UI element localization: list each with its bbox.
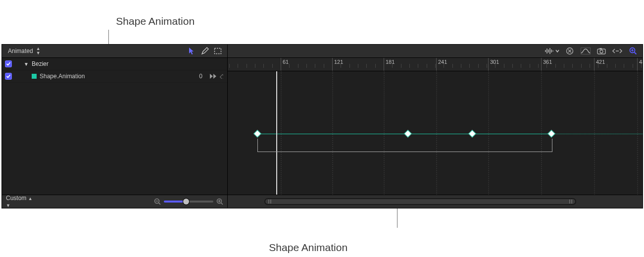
pencil-tool-icon[interactable]	[199, 46, 210, 56]
parameter-list-pane: Animated ▲▼	[2, 45, 228, 208]
camera-icon	[597, 48, 606, 54]
ruler-label: 61	[283, 59, 289, 65]
ruler-label: 241	[438, 59, 447, 65]
keyframe-graph[interactable]	[228, 71, 643, 195]
fit-curve-icon	[581, 48, 591, 54]
marquee-tool-icon[interactable]	[212, 46, 223, 56]
row-title: Bezier	[32, 60, 49, 67]
svg-line-24	[635, 52, 637, 54]
zoom-in-icon[interactable]	[216, 198, 223, 205]
ruler-label: 421	[596, 59, 605, 65]
slider-thumb[interactable]	[183, 199, 189, 205]
keyframe-bracket-callout	[257, 139, 552, 152]
clear-curves-button[interactable]	[564, 46, 575, 56]
keyframe-controls[interactable]	[209, 73, 223, 79]
clear-icon	[566, 47, 574, 55]
timeline-graph-pane: 6112118124130136142148	[228, 45, 643, 208]
svg-rect-1	[220, 74, 223, 79]
timeline-toolbar	[228, 45, 643, 58]
pointer-tool-icon[interactable]	[187, 46, 198, 56]
checkbox-icon[interactable]	[5, 73, 12, 80]
ruler-label: 121	[334, 59, 343, 65]
horizontal-scrollbar[interactable]	[264, 198, 576, 205]
slider-track[interactable]	[164, 201, 213, 203]
filter-popup[interactable]: Animated ▲▼	[6, 46, 42, 56]
zoom-out-icon[interactable]	[154, 198, 161, 205]
color-chip	[32, 74, 37, 79]
filter-label: Animated	[8, 48, 33, 54]
parameter-list-toolbar: Animated ▲▼	[2, 45, 227, 58]
parameter-list: ▼ Bezier Shape.Animation 0	[2, 58, 227, 195]
chevron-up-down-icon: ▲▼	[36, 47, 40, 55]
animation-curve-extrapolation	[551, 134, 643, 134]
scrollbar-thumb[interactable]	[265, 199, 575, 204]
row-title: Shape.Animation	[40, 73, 85, 80]
parameter-value[interactable]: 0	[183, 73, 202, 80]
zoom-to-fit-button[interactable]	[628, 46, 639, 56]
ruler-label: 181	[386, 59, 395, 65]
svg-rect-21	[599, 48, 602, 50]
keyframe-handle[interactable]	[404, 130, 412, 138]
parameter-row-shape-animation[interactable]: Shape.Animation 0	[2, 70, 227, 83]
svg-rect-0	[215, 49, 221, 54]
svg-line-3	[159, 203, 161, 205]
zoom-icon	[629, 47, 637, 55]
fit-curves-button[interactable]	[580, 46, 591, 56]
ruler-label: 361	[543, 59, 552, 65]
audio-waveform-popup[interactable]	[545, 46, 559, 56]
parameter-row-bezier[interactable]: ▼ Bezier	[2, 58, 227, 70]
waveform-icon	[545, 48, 554, 54]
keyframe-handle[interactable]	[547, 130, 555, 138]
keyframe-handle[interactable]	[468, 130, 476, 138]
chevron-down-icon	[555, 50, 559, 52]
parameter-list-footer: Custom ▲▼	[2, 195, 227, 208]
timeline-footer	[228, 195, 643, 208]
expand-icon	[612, 48, 622, 54]
next-keyframe-icon[interactable]	[209, 73, 216, 79]
add-keyframe-icon[interactable]	[218, 74, 223, 79]
keyframe-editor-panel: Animated ▲▼	[1, 44, 643, 208]
curve-type-popup[interactable]: Custom ▲▼	[6, 195, 32, 208]
disclosure-triangle-icon[interactable]: ▼	[24, 61, 29, 67]
vertical-zoom-slider[interactable]	[154, 198, 223, 205]
svg-line-6	[221, 203, 223, 205]
snapshot-button[interactable]	[596, 46, 607, 56]
playhead[interactable]	[276, 71, 277, 195]
expand-button[interactable]	[612, 46, 623, 56]
timeline-ruler[interactable]: 6112118124130136142148	[228, 58, 643, 71]
curve-type-label: Custom	[6, 195, 26, 202]
checkbox-icon[interactable]	[5, 60, 12, 67]
annotation-shape-animation-keyframes: Shape Animation parameter keyframes	[257, 228, 367, 257]
keyframe-handle[interactable]	[253, 130, 261, 138]
svg-point-20	[600, 50, 603, 53]
ruler-label: 301	[490, 59, 499, 65]
